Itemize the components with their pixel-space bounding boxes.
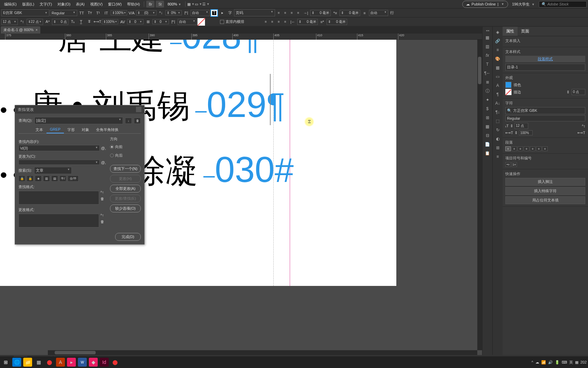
fill-swatch[interactable]: T [210,9,218,17]
valign-icon[interactable]: ≡ [263,19,269,24]
scrollbar-thumb[interactable] [478,57,481,84]
close-tab-icon[interactable]: × [36,28,38,32]
panel-links-icon[interactable]: ▦ [484,34,491,41]
tt-caps-icon[interactable]: TT [78,10,85,16]
panel-color-icon[interactable]: 🎨 [494,55,501,62]
para-align-left[interactable]: ≡ [505,146,511,151]
zoom-level[interactable]: 800%▼ [165,2,184,6]
menu-edit[interactable]: 编辑(E) [1,0,19,8]
panel-textwrap-icon[interactable]: ↻ [494,127,501,133]
panel-paragraph-icon[interactable]: ¶← [484,70,491,77]
stock-icon[interactable]: St [156,1,164,8]
para-justify-right[interactable]: ≡ [536,146,542,151]
change-format-box[interactable] [18,214,99,227]
change-find-button[interactable]: 更改/查找(E) [110,195,141,202]
panel-links2-icon[interactable]: 🔗 [494,38,501,44]
stroke-swatch[interactable] [505,89,511,95]
view-options-icon[interactable]: ▦▼ [187,1,194,8]
smallcaps-icon[interactable]: Tᴛ [86,10,94,16]
edge-browser-icon[interactable]: 🌐 [12,358,21,367]
width-half-icon[interactable]: 半/ [59,175,66,182]
specify-change-format-icon[interactable]: ᴬ↑ [100,213,104,218]
save-query-icon[interactable]: ↓ [125,118,132,124]
horizontal-scrollbar[interactable] [48,350,477,355]
keyboard-icon[interactable]: ▦ [575,360,578,365]
query-dropdown[interactable]: [自定]▼ [35,117,123,124]
panel-pages-icon[interactable]: ▥ [484,43,491,50]
menu-table[interactable]: 表(A) [73,0,87,8]
panel-pathfinder-icon[interactable]: ◐ [494,135,501,142]
start-menu-icon[interactable]: ⊞ [1,358,10,367]
find-what-input[interactable]: \d{3}▼ [18,145,100,151]
valign-icon[interactable]: ≡ [276,19,282,24]
menu-object[interactable]: 对象(O) [55,0,73,8]
fill-swatch[interactable] [505,82,511,88]
para-align-right[interactable]: ≡ [518,146,523,151]
direction-forward-radio[interactable]: 向前 [110,144,141,149]
workspace-dropdown[interactable]: 196大学生 ▼ [509,1,537,8]
panel-para-mark-icon[interactable]: ¶ [494,91,501,98]
panel-stroke-icon[interactable]: ≡ [494,47,501,53]
arrange-icon[interactable]: ☰▼ [202,1,209,8]
stock-search-input[interactable]: 🔍 Adobe Stock [539,1,587,8]
panel-charstyle-icon[interactable]: A↓ [494,100,501,107]
special-char-menu[interactable]: @, [101,160,106,165]
publish-online-button[interactable]: ☁ Publish Online |▼ [462,1,508,8]
collapse-icon[interactable]: ◂◂ [486,29,489,32]
wifi-icon[interactable]: 📶 [541,360,546,365]
include-locked-icon[interactable]: 🔒 [18,175,25,182]
superscript-icon[interactable]: T¹ [94,10,102,16]
para-justify-all[interactable]: ≡ [542,146,548,151]
strikethrough-icon[interactable]: T̶ [85,18,93,25]
font-style-input[interactable]: Regular [505,115,585,121]
align-right-icon[interactable]: ≡ [289,11,295,15]
align-left-icon[interactable]: ≡ [276,11,282,15]
menu-layout[interactable]: 版面(L) [19,0,37,8]
arrow-icon[interactable]: ▸ [219,10,226,16]
baseline-shift-input[interactable]: ⇕0 点 [52,19,68,25]
panel-cell-icon[interactable]: ⊟ [484,132,491,139]
properties-tab[interactable]: 属性 [503,27,518,36]
width-full-icon[interactable]: 全/半 [68,175,79,182]
record-icon[interactable]: ⬤ [45,358,54,367]
done-button[interactable]: 完成(D) [115,233,141,241]
valign-icon[interactable]: ≡ [269,19,275,24]
paragraph-style-link[interactable]: 段落样式 [505,56,585,62]
bridge-icon[interactable]: Br [146,1,154,8]
file-explorer-icon[interactable]: 📁 [23,358,32,367]
menu-view[interactable]: 视图(V) [87,0,106,8]
panel-table-icon[interactable]: ▦ [484,123,491,130]
word-icon[interactable]: W [78,358,87,367]
change-to-input[interactable]: ▼ [18,160,100,165]
panel-fx-icon[interactable]: fx [484,52,491,59]
fill-placeholder-button[interactable]: 用占位符文本填 [505,196,585,204]
numbering-icon[interactable]: 1≡ [511,162,517,167]
panel-textframe-icon[interactable]: 📄 [484,141,491,148]
panel-objstyles-icon[interactable]: ⬚ [494,118,501,124]
style-name-display[interactable]: 目录-1 [505,64,585,71]
screen-mode-icon[interactable]: ▭▼ [194,1,202,8]
menu-window[interactable]: 窗口(W) [105,0,124,8]
clock-date[interactable]: 202 [580,360,587,364]
tray-expand-icon[interactable]: ^ [531,360,533,364]
left-indent-input[interactable]: ⇕0 毫米 [310,10,331,16]
valign-icon[interactable]: ≡ [282,19,288,24]
include-locked-stories-icon[interactable]: 🔓 [27,175,33,182]
clear-change-format-icon[interactable]: 🗑 [100,220,104,224]
record-icon-2[interactable]: ⬤ [111,358,120,367]
findchange-tab-glyph[interactable]: 字形 [64,126,78,133]
dialog-titlebar[interactable]: 查找/更改 [15,105,144,114]
insert-special-char-button[interactable]: 插入特殊字符 [505,187,585,195]
panel-layers-icon[interactable]: ◈ [494,29,501,36]
para-justify-left[interactable]: ≡ [524,146,529,151]
panel-parastyle-icon[interactable]: ¶↓ [494,109,501,116]
pages-tab[interactable]: 页面 [518,27,533,36]
aki-input[interactable]: ⇕0▼ [152,19,169,24]
align-justify-icon[interactable]: ≡ [295,11,301,15]
app-icon[interactable]: ▦ [34,358,43,367]
document-tab[interactable]: 未命名-1 @ 800% × [1,26,40,34]
findchange-tab-transliterate[interactable]: 全角半角转换 [93,126,122,133]
panel-align2-icon[interactable]: ≡ [494,153,501,160]
auto-dropdown-1[interactable]: 自动▼ [191,10,210,16]
vertical-scrollbar[interactable] [477,40,482,350]
